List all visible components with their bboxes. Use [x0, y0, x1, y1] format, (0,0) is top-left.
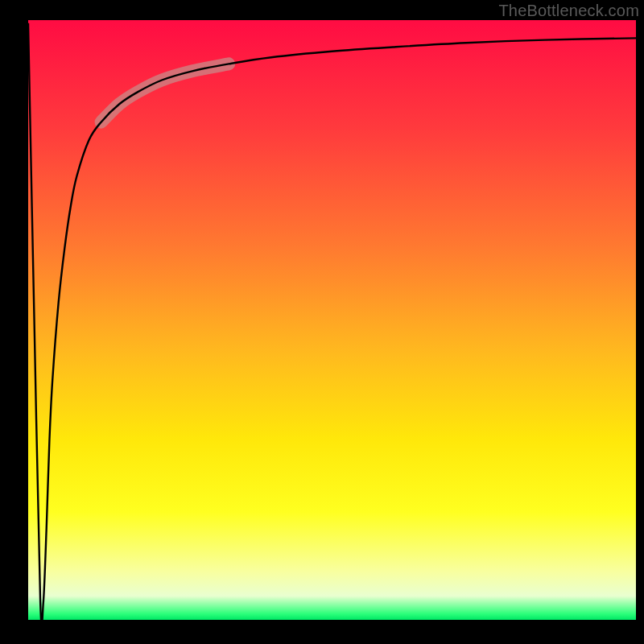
- attribution-label: TheBottleneck.com: [498, 2, 639, 20]
- curve-highlight-segment: [101, 64, 229, 122]
- bottleneck-curve: [28, 23, 636, 625]
- chart-frame: TheBottleneck.com: [0, 0, 644, 644]
- chart-svg: [28, 20, 636, 620]
